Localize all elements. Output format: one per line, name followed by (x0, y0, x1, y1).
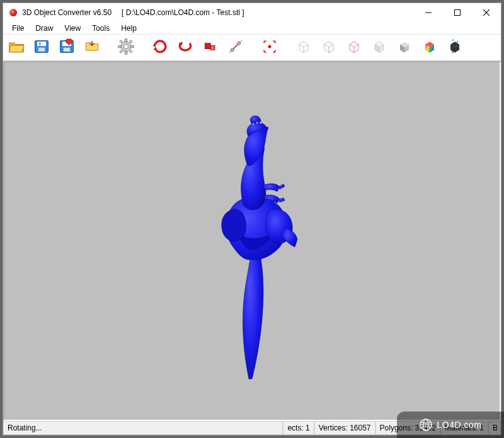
open-button[interactable] (6, 37, 27, 59)
checker-box-icon (446, 38, 464, 57)
menu-draw[interactable]: Draw (30, 23, 58, 34)
svg-rect-11 (64, 48, 71, 52)
settings-button[interactable] (115, 37, 137, 59)
svg-rect-23 (210, 45, 215, 50)
settings-gear-icon (117, 38, 135, 57)
folder-arrow-button[interactable] (81, 37, 103, 59)
titlebar: 3D Object Converter v6.50 [ D:\LO4D.com\… (3, 3, 501, 22)
bounds-toggle-icon (261, 38, 278, 57)
svg-rect-7 (40, 42, 41, 45)
folder-arrow-icon (83, 38, 101, 57)
rotate-z-button[interactable] (200, 37, 221, 59)
axis-icon (227, 38, 244, 57)
app-window: 3D Object Converter v6.50 [ D:\LO4D.com\… (3, 3, 501, 435)
save-button[interactable] (31, 37, 52, 59)
status-polygons: Polygons: 31902 (375, 422, 440, 435)
save-icon (33, 38, 50, 57)
close-button[interactable] (472, 3, 501, 22)
status-objects: ects: 1 (283, 422, 314, 435)
solid-box-button[interactable] (369, 37, 390, 59)
wireframe-box-button[interactable] (293, 37, 314, 59)
wireframe-box-alt-icon (320, 38, 338, 57)
shaded-box-icon (396, 38, 413, 57)
svg-rect-22 (205, 43, 210, 49)
svg-rect-30 (452, 39, 454, 42)
checker-box-button[interactable] (444, 37, 466, 59)
save-favorite-icon (58, 38, 76, 57)
menu-tools[interactable]: Tools (87, 23, 115, 34)
open-icon (8, 38, 25, 57)
svg-rect-33 (457, 41, 459, 43)
svg-rect-15 (118, 45, 121, 48)
svg-line-26 (234, 45, 238, 49)
solid-box-icon (370, 38, 388, 57)
wireframe-box-red-button[interactable] (343, 37, 365, 59)
svg-rect-31 (455, 38, 457, 38)
app-icon (8, 8, 18, 18)
svg-point-21 (124, 45, 129, 49)
menu-file[interactable]: File (7, 23, 29, 34)
svg-point-29 (268, 45, 271, 48)
bounds-toggle-button[interactable] (259, 37, 280, 59)
save-favorite-button[interactable] (56, 37, 77, 59)
wireframe-box-alt-button[interactable] (318, 37, 340, 59)
window-title: 3D Object Converter v6.50 (22, 8, 112, 17)
maximize-button[interactable] (443, 3, 472, 22)
color-box-icon (421, 38, 438, 57)
shaded-box-button[interactable] (394, 37, 415, 59)
status-tail: B (488, 422, 501, 435)
status-materials: Materials: 1 (440, 422, 488, 435)
svg-rect-6 (37, 42, 46, 46)
menu-view[interactable]: View (59, 23, 86, 34)
svg-rect-19 (120, 50, 123, 53)
rotate-x-button[interactable] (149, 37, 171, 59)
status-vertices: Vertices: 16057 (314, 422, 375, 435)
menu-help[interactable]: Help (116, 23, 142, 34)
rotate-y-button[interactable] (175, 37, 196, 59)
viewport[interactable] (3, 61, 501, 421)
svg-rect-17 (120, 40, 123, 43)
wireframe-box-icon (295, 38, 312, 57)
rotate-y-icon (176, 38, 194, 57)
statusbar: Rotating... ects: 1 Vertices: 16057 Poly… (3, 421, 501, 435)
rotate-z-icon (202, 38, 219, 57)
svg-rect-8 (38, 48, 45, 52)
svg-rect-18 (129, 40, 132, 43)
menubar: File Draw View Tools Help (3, 22, 501, 35)
window-path: [ D:\LO4D.com\LO4D.com - Test.stl ] (122, 8, 244, 17)
svg-rect-13 (125, 39, 127, 42)
axis-button[interactable] (225, 37, 246, 59)
toolbar (3, 35, 501, 61)
svg-rect-14 (125, 52, 127, 54)
svg-rect-16 (131, 45, 134, 48)
status-left: Rotating... (3, 422, 283, 435)
model-object (189, 115, 315, 381)
svg-point-0 (9, 9, 17, 16)
wireframe-box-red-icon (345, 38, 363, 57)
color-box-button[interactable] (419, 37, 440, 59)
svg-rect-20 (129, 50, 132, 53)
svg-rect-2 (455, 10, 461, 16)
rotate-x-icon (151, 38, 169, 57)
minimize-button[interactable] (414, 3, 443, 22)
